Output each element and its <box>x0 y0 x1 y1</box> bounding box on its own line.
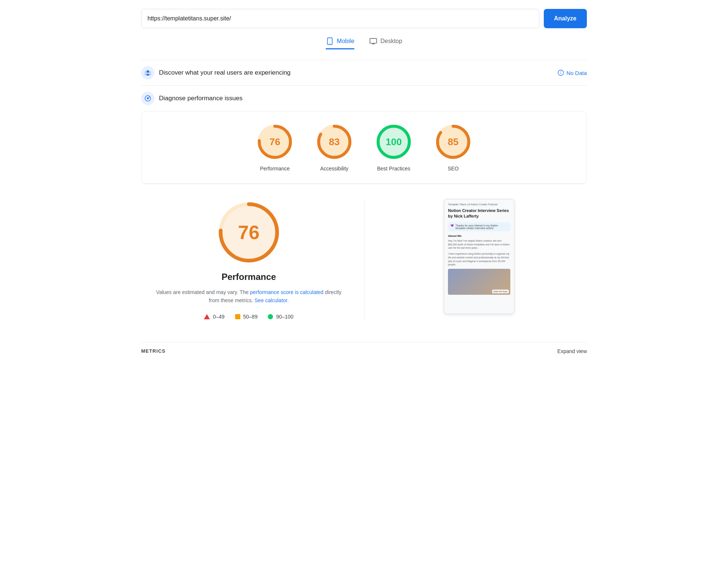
legend-item-good: 90–100 <box>268 314 293 320</box>
diagnose-title: Diagnose performance issues <box>159 95 587 102</box>
legend-item-poor: 0–49 <box>204 314 224 320</box>
svg-point-7 <box>149 71 151 73</box>
legend-range-good: 90–100 <box>276 314 293 320</box>
screenshot-tag: Template Titans | A Notion Creator Podca… <box>448 203 510 206</box>
svg-point-5 <box>147 70 149 73</box>
real-users-icon-circle <box>141 66 155 79</box>
score-label-seo: SEO <box>448 166 459 172</box>
legend-range-average: 50–89 <box>243 314 258 320</box>
score-item-seo: 85 SEO <box>435 123 472 172</box>
score-circle-performance: 76 <box>256 123 293 160</box>
legend-range-poor: 0–49 <box>213 314 224 320</box>
screenshot-image-placeholder: Made with Super <box>448 269 510 295</box>
score-value-best-practices: 100 <box>386 136 402 148</box>
perf-right: Template Titans | A Notion Creator Podca… <box>379 199 580 314</box>
score-label-performance: Performance <box>260 166 290 172</box>
poor-icon <box>204 314 210 319</box>
big-score-number: 76 <box>238 221 260 244</box>
screenshot-preview: Template Titans | A Notion Creator Podca… <box>444 199 514 314</box>
screenshot-bubble-text: Thanks for your interest in my Notion te… <box>455 224 508 229</box>
diagnose-row: Diagnose performance issues <box>141 85 587 111</box>
score-item-best-practices: 100 Best Practices <box>375 123 412 172</box>
legend-item-average: 50–89 <box>235 314 258 320</box>
tab-mobile-label: Mobile <box>337 38 354 45</box>
svg-point-6 <box>145 71 147 73</box>
scores-card: 76 Performance 83 Accessibility <box>141 111 587 184</box>
average-icon <box>235 314 240 319</box>
score-item-accessibility: 83 Accessibility <box>316 123 353 172</box>
perf-detail-section: 76 Performance Values are estimated and … <box>141 184 587 335</box>
score-value-accessibility: 83 <box>329 136 340 148</box>
perf-desc-part1: Values are estimated and may vary. The <box>156 289 250 295</box>
real-users-title: Discover what your real users are experi… <box>159 69 553 76</box>
no-data-link[interactable]: No Data <box>558 69 587 76</box>
url-bar-row: Analyze <box>141 9 587 28</box>
metrics-label: METRICS <box>141 348 166 354</box>
expand-view-button[interactable]: Expand view <box>558 348 587 354</box>
score-value-performance: 76 <box>270 136 280 148</box>
perf-score-link[interactable]: performance score is calculated <box>250 289 324 295</box>
mobile-icon <box>326 37 334 45</box>
legend-row: 0–49 50–89 90–100 <box>204 314 293 320</box>
svg-point-10 <box>149 74 152 75</box>
screenshot-chat-bubble: 💜 Thanks for your interest in my Notion … <box>448 222 510 231</box>
url-input[interactable] <box>141 9 539 28</box>
score-label-accessibility: Accessibility <box>320 166 348 172</box>
score-circle-seo: 85 <box>435 123 472 160</box>
bottom-bar: METRICS Expand view <box>141 342 587 354</box>
good-icon <box>268 314 273 319</box>
desktop-icon <box>369 37 377 45</box>
see-calculator-link[interactable]: See calculator. <box>254 297 289 303</box>
perf-left: 76 Performance Values are estimated and … <box>149 199 349 320</box>
gauge-icon <box>144 95 152 102</box>
svg-rect-2 <box>370 39 377 43</box>
screenshot-body-text2: I have experience using Notion personall… <box>448 252 510 267</box>
tab-mobile[interactable]: Mobile <box>326 37 354 49</box>
diagnose-icon-circle <box>141 92 155 105</box>
tab-desktop-label: Desktop <box>380 38 402 45</box>
made-with-super-badge: Made with Super <box>492 290 509 293</box>
perf-description: Values are estimated and may vary. The p… <box>156 288 342 305</box>
score-label-best-practices: Best Practices <box>377 166 410 172</box>
info-icon <box>558 69 564 76</box>
tab-row: Mobile Desktop <box>141 37 587 49</box>
analyze-button[interactable]: Analyze <box>544 9 587 28</box>
screenshot-heading: Notion Creator Interview Series by Nick … <box>448 208 510 219</box>
score-item-performance: 76 Performance <box>256 123 293 172</box>
scores-grid: 76 Performance 83 Accessibility <box>149 123 579 172</box>
real-users-row: Discover what your real users are experi… <box>141 60 587 85</box>
tab-desktop[interactable]: Desktop <box>369 37 402 49</box>
perf-detail-title: Performance <box>221 272 276 282</box>
score-value-seo: 85 <box>448 136 459 148</box>
svg-point-9 <box>144 74 147 75</box>
score-circle-accessibility: 83 <box>316 123 353 160</box>
vertical-divider <box>364 199 364 320</box>
people-icon <box>144 69 152 76</box>
big-score-circle: 76 <box>215 199 282 266</box>
screenshot-section-title: About Me <box>448 234 510 238</box>
screenshot-body-text1: Hey, I'm Nick! I've helped Notion creato… <box>448 239 510 250</box>
score-circle-best-practices: 100 <box>375 123 412 160</box>
no-data-label: No Data <box>566 70 587 76</box>
